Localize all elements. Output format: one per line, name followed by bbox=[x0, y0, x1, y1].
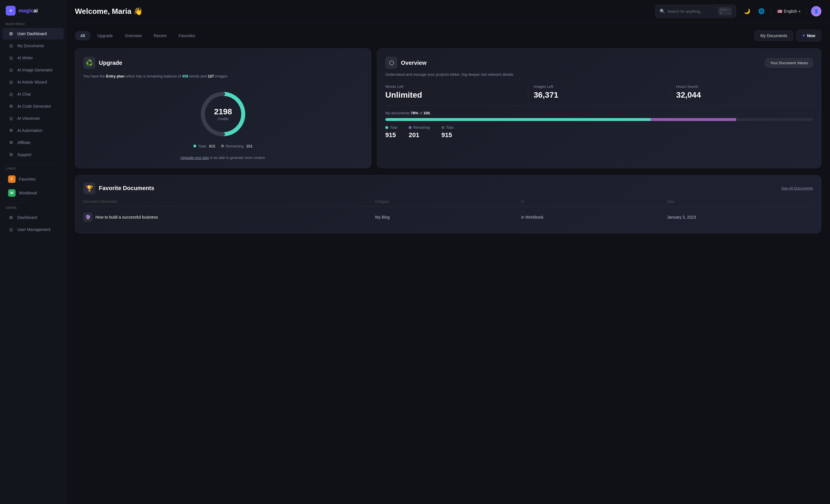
progress-label: My documents 78% of 100. bbox=[385, 111, 813, 115]
image-icon: ◎ bbox=[8, 67, 14, 73]
legend-remaining: Remaining 201 bbox=[221, 144, 253, 148]
col-header-date: Date bbox=[667, 200, 813, 204]
logo[interactable]: ✦ magicai bbox=[0, 6, 66, 23]
avatar[interactable]: 👤 bbox=[811, 6, 821, 16]
main-content: Welcome, Maria 👋 🔍 cmd + E 🌙 🌐 🇺🇸 Englis… bbox=[66, 0, 830, 504]
filter-tab-upgrade[interactable]: Upgrade bbox=[92, 31, 118, 40]
overview-card-title: Overview bbox=[401, 60, 426, 66]
language-selector[interactable]: 🇺🇸 English ▾ bbox=[775, 8, 803, 15]
support-icon: ⚙ bbox=[8, 152, 14, 158]
credits-number: 2198 bbox=[214, 107, 232, 116]
filter-tab-all[interactable]: All bbox=[75, 31, 91, 40]
workbook-abbr-icon: W bbox=[8, 189, 15, 197]
overview-divider bbox=[385, 105, 813, 106]
globe-icon-btn[interactable]: 🌐 bbox=[756, 6, 767, 16]
upgrade-icon: ♻️ bbox=[83, 57, 95, 69]
doc-title-cell: 🔮 How to build a successful business bbox=[83, 212, 375, 222]
new-button[interactable]: + New bbox=[796, 30, 821, 41]
stat-hours-saved: Hours Saved 32,044 bbox=[670, 85, 813, 100]
credits-label: Credits bbox=[214, 117, 232, 121]
search-bar[interactable]: 🔍 cmd + E bbox=[656, 5, 736, 18]
hours-saved-value: 32,044 bbox=[676, 91, 807, 100]
sidebar-item-my-documents[interactable]: ◎ My Documents bbox=[2, 40, 64, 52]
words-left-label: Words Left bbox=[385, 85, 522, 89]
topbar-divider bbox=[771, 8, 771, 15]
sidebar-item-dashboard[interactable]: ⊞ Dashboard bbox=[2, 212, 64, 223]
wizard-icon: ◎ bbox=[8, 79, 14, 85]
upgrade-plan-text: You have the Entry plan which has a rema… bbox=[83, 73, 363, 79]
affiliate-icon: ⚙ bbox=[8, 140, 14, 145]
table-header: Document Information Category In Date bbox=[83, 200, 813, 207]
sidebar-item-ai-code-generator[interactable]: ⚙ AI Code Generator bbox=[2, 101, 64, 112]
topbar: Welcome, Maria 👋 🔍 cmd + E 🌙 🌐 🇺🇸 Englis… bbox=[66, 0, 830, 23]
col-header-in: In bbox=[521, 200, 667, 204]
sidebar-item-ai-voiceover[interactable]: ◎ AI Voiceover bbox=[2, 112, 64, 124]
filter-bar-actions: My Documents + New bbox=[754, 30, 821, 41]
sidebar-item-ai-writer[interactable]: ◎ AI Writer bbox=[2, 52, 64, 64]
images-left-label: Images Left bbox=[534, 85, 665, 89]
upgrade-card-header: ♻️ Upgrade bbox=[83, 57, 363, 69]
chevron-down-icon: ▾ bbox=[799, 10, 800, 13]
progress-bar-cyan bbox=[385, 118, 650, 121]
pen-icon: ◎ bbox=[8, 55, 14, 61]
legend-value-remaining: 201 bbox=[409, 131, 430, 139]
search-icon: 🔍 bbox=[660, 9, 665, 14]
filter-tab-favorites[interactable]: Favorites bbox=[173, 31, 200, 40]
search-input[interactable] bbox=[667, 9, 716, 13]
doc-category-cell: My Blog bbox=[375, 215, 521, 220]
admin-label: ADMIN bbox=[0, 206, 66, 212]
search-shortcut: cmd + E bbox=[718, 7, 732, 15]
legend-dot-cyan bbox=[385, 126, 388, 129]
legend-label-remaining: Remaining bbox=[409, 126, 430, 130]
content-area: All Upgrade Overview Recent Favorites My… bbox=[66, 23, 830, 504]
page-title: Welcome, Maria 👋 bbox=[75, 7, 649, 16]
fav-header-left: 🏆 Favorite Documents bbox=[83, 182, 154, 194]
doc-values-button[interactable]: Your Document Values bbox=[765, 58, 813, 68]
sidebar-item-user-dashboard[interactable]: ⊞ User Dashboard bbox=[2, 28, 64, 39]
doc-icon: 🔮 bbox=[83, 212, 93, 222]
legend-dot-total bbox=[193, 144, 196, 147]
code-icon: ⚙ bbox=[8, 103, 14, 109]
grid-icon: ⊞ bbox=[8, 31, 14, 37]
upgrade-card-title: Upgrade bbox=[99, 60, 122, 66]
legend-item-remaining: Remaining 201 bbox=[409, 126, 430, 139]
favorites-abbr-icon: F bbox=[8, 175, 15, 183]
sidebar-item-support[interactable]: ⚙ Support bbox=[2, 149, 64, 160]
overview-header-left: ⬡ Overview bbox=[385, 57, 426, 69]
legend-dot-gray bbox=[442, 126, 444, 129]
links-label: LINKS bbox=[0, 167, 66, 172]
sidebar-item-ai-automation[interactable]: ⚙ AI Automation bbox=[2, 125, 64, 136]
sidebar-item-ai-image-generator[interactable]: ◎ AI Image Generator bbox=[2, 64, 64, 76]
sidebar-item-favorites[interactable]: F Favorites bbox=[2, 172, 64, 186]
sidebar-item-ai-article-wizard[interactable]: ◎ AI Article Wizard bbox=[2, 76, 64, 88]
filter-tab-overview[interactable]: Overview bbox=[120, 31, 147, 40]
fav-docs-icon: 🏆 bbox=[83, 182, 95, 194]
my-documents-button[interactable]: My Documents bbox=[754, 31, 793, 41]
progress-bar-purple bbox=[650, 118, 736, 121]
dark-mode-toggle[interactable]: 🌙 bbox=[742, 6, 752, 16]
images-left-value: 36,371 bbox=[534, 91, 665, 100]
see-all-documents-link[interactable]: See All Documents bbox=[781, 186, 813, 190]
upgrade-card: ♻️ Upgrade You have the Entry plan which… bbox=[75, 48, 371, 168]
flag-icon: 🇺🇸 bbox=[777, 9, 782, 13]
sidebar-item-workbook[interactable]: W Workbook bbox=[2, 186, 64, 200]
overview-subtitle: Understand and manage your projects bett… bbox=[385, 72, 813, 77]
upgrade-plan-link[interactable]: Upgrade your plan bbox=[181, 156, 209, 160]
logo-text: magicai bbox=[19, 8, 38, 14]
sidebar-item-ai-chat[interactable]: ◎ AI Chat bbox=[2, 89, 64, 100]
chat-icon: ◎ bbox=[8, 91, 14, 97]
sidebar-item-affiliate[interactable]: ⚙ Affiliate bbox=[2, 137, 64, 148]
hours-saved-label: Hours Saved bbox=[676, 85, 807, 89]
cards-row: ♻️ Upgrade You have the Entry plan which… bbox=[75, 48, 821, 168]
donut-center: 2198 Credits bbox=[214, 107, 232, 121]
stat-words-left: Words Left Unlimited bbox=[385, 85, 528, 100]
filter-tab-recent[interactable]: Recent bbox=[149, 31, 172, 40]
donut-section: 2198 Credits Total 915 Remaining bbox=[83, 88, 363, 148]
legend-label-total-1: Total bbox=[385, 126, 397, 130]
main-menu-label: MAIN MENU bbox=[0, 23, 66, 28]
overview-card: ⬡ Overview Your Document Values Understa… bbox=[377, 48, 821, 168]
sidebar-divider-2 bbox=[6, 203, 60, 203]
sidebar-item-user-management[interactable]: ◎ User Management bbox=[2, 224, 64, 235]
voice-icon: ◎ bbox=[8, 115, 14, 121]
upgrade-link-paragraph: Upgrade your plan to be able to generate… bbox=[83, 156, 363, 160]
